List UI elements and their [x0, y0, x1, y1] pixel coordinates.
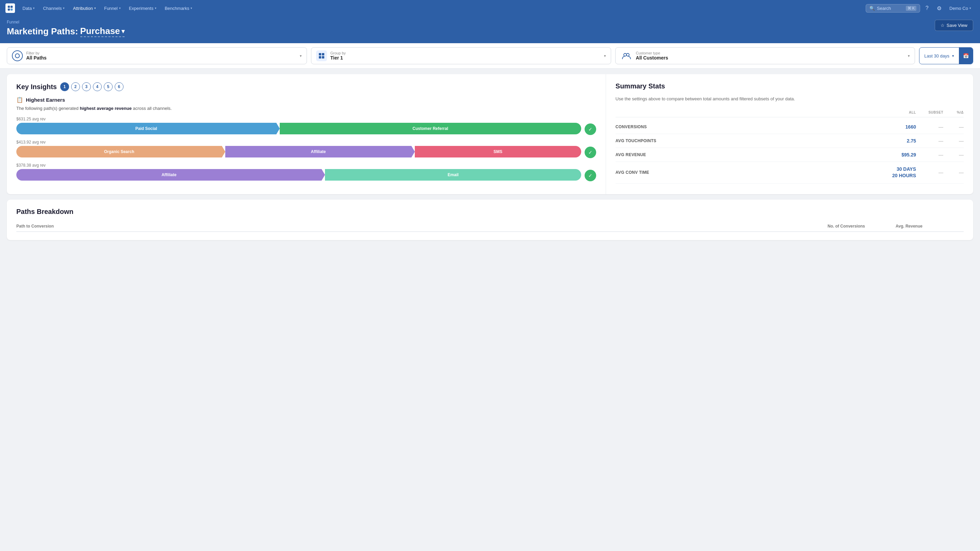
key-insights-title: Key Insights 1 2 3 4 5 6 — [16, 82, 596, 91]
path-3-avg-rev: $378.38 avg rev — [16, 163, 596, 168]
stats-row-avg-revenue: AVG REVENUE $95.29 — — — [616, 148, 964, 162]
svg-rect-1 — [11, 6, 13, 8]
insight-badge-1[interactable]: 1 — [60, 82, 69, 91]
insight-badge-5[interactable]: 5 — [104, 82, 113, 91]
nav-benchmarks[interactable]: Benchmarks ▾ — [161, 4, 196, 13]
path-2-seg-3: SMS — [415, 146, 581, 157]
summary-stats-desc: Use the settings above to compare betwee… — [616, 95, 964, 102]
page-header: Funnel Marketing Paths: Purchase ▾ ☆ Sav… — [0, 16, 980, 43]
path-2-check: ✓ — [585, 147, 596, 158]
stats-row-avg-touchpoints: AVG TOUCHPOINTS 2.75 — — — [616, 134, 964, 148]
insight-description: The following path(s) generated highest … — [16, 105, 596, 112]
stats-row-conversions: CONVERSIONS 1660 — — — [616, 120, 964, 134]
insight-badge-6[interactable]: 6 — [115, 82, 124, 91]
chevron-down-icon: ▾ — [300, 54, 302, 58]
svg-rect-2 — [8, 8, 10, 11]
path-1-check: ✓ — [585, 124, 596, 135]
path-2-seg-1: Organic Search — [16, 146, 222, 157]
group-by-control[interactable]: Group by Tier 1 ▾ — [311, 47, 611, 64]
summary-stats-panel: Summary Stats Use the settings above to … — [606, 74, 973, 194]
chevron-down-icon: ▾ — [94, 6, 96, 10]
svg-point-5 — [624, 53, 627, 56]
chevron-down-icon: ▾ — [121, 27, 124, 35]
paths-breakdown-panel: Paths Breakdown Path to Conversion No. o… — [7, 200, 973, 240]
help-icon: ? — [926, 5, 929, 11]
path-2-avg-rev: $413.92 avg rev — [16, 140, 596, 144]
settings-button[interactable]: ⚙ — [934, 3, 945, 14]
insight-badge-2[interactable]: 2 — [71, 82, 80, 91]
path-3-bar: Affiliate Email ✓ — [16, 169, 596, 182]
insight-badge-group: 1 2 3 4 5 6 — [60, 82, 124, 91]
key-insights-panel: Key Insights 1 2 3 4 5 6 📋 Highest Earne… — [7, 74, 606, 194]
path-3-check: ✓ — [585, 170, 596, 181]
col-path-to-conversion: Path to Conversion — [16, 224, 827, 229]
svg-rect-3 — [11, 8, 13, 11]
chevron-down-icon: ▾ — [119, 6, 121, 10]
stats-table: ALL SUBSET %/Δ CONVERSIONS 1660 — — AVG … — [616, 109, 964, 184]
summary-stats-title: Summary Stats — [616, 82, 964, 90]
chevron-down-icon: ▾ — [155, 6, 156, 10]
filter-by-value: All Paths — [26, 55, 296, 60]
chevron-down-icon: ▾ — [63, 6, 65, 10]
stats-header: ALL SUBSET %/Δ — [616, 109, 964, 118]
path-3-seg-1: Affiliate — [16, 169, 321, 181]
nav-funnel[interactable]: Funnel ▾ — [101, 4, 124, 13]
stats-row-avg-conv-time: AVG CONV TIME 30 DAYS 20 HOURS — — — [616, 162, 964, 184]
nav-experiments[interactable]: Experiments ▾ — [126, 4, 160, 13]
date-range-control[interactable]: Last 30 days ▾ 📅 — [919, 47, 973, 64]
top-panels: Key Insights 1 2 3 4 5 6 📋 Highest Earne… — [7, 74, 973, 194]
user-menu[interactable]: Demo Co ▾ — [946, 4, 975, 13]
insight-badge-4[interactable]: 4 — [93, 82, 102, 91]
customer-type-sublabel: Customer type — [636, 51, 905, 55]
topnav: Data ▾ Channels ▾ Attribution ▾ Funnel ▾… — [0, 0, 980, 16]
svg-rect-0 — [8, 6, 10, 8]
insight-badge-3[interactable]: 3 — [82, 82, 91, 91]
page-title: Marketing Paths: Purchase ▾ — [7, 26, 124, 37]
svg-point-4 — [15, 54, 19, 58]
chevron-down-icon: ▾ — [969, 6, 971, 10]
nav-channels[interactable]: Channels ▾ — [40, 4, 68, 13]
nav-data[interactable]: Data ▾ — [19, 4, 38, 13]
path-1-bar: Paid Social Customer Referral ✓ — [16, 123, 596, 136]
page-title-dropdown[interactable]: Purchase ▾ — [80, 26, 124, 37]
filter-by-icon — [12, 50, 23, 61]
logo[interactable] — [5, 3, 15, 13]
chevron-down-icon: ▾ — [191, 6, 192, 10]
chevron-down-icon: ▾ — [33, 6, 35, 10]
calendar-icon: 📅 — [963, 53, 969, 59]
search-bar[interactable]: 🔍 Search ⌘ K — [865, 4, 920, 13]
group-by-icon — [316, 50, 327, 61]
chevron-down-icon: ▾ — [952, 54, 954, 58]
main-content: Key Insights 1 2 3 4 5 6 📋 Highest Earne… — [0, 69, 980, 246]
customer-type-control[interactable]: Customer type All Customers ▾ — [615, 47, 915, 64]
highest-earners-title: 📋 Highest Earners — [16, 97, 596, 103]
clipboard-icon: 📋 — [16, 97, 23, 103]
date-range-label: Last 30 days — [924, 53, 950, 59]
help-button[interactable]: ? — [921, 3, 932, 14]
save-view-button[interactable]: ☆ Save View — [935, 20, 973, 31]
customer-type-icon — [620, 50, 633, 61]
path-2-seg-2: Affiliate — [225, 146, 411, 157]
col-conversions: No. of Conversions — [827, 224, 896, 229]
calendar-button[interactable]: 📅 — [959, 48, 973, 64]
path-1-seg-2: Customer Referral — [280, 123, 581, 134]
filter-by-control[interactable]: Filter by All Paths ▾ — [7, 47, 307, 64]
filters-bar: Filter by All Paths ▾ Group by Tier 1 ▾ — [0, 43, 980, 69]
group-by-value: Tier 1 — [331, 55, 601, 60]
chevron-down-icon: ▾ — [604, 54, 606, 58]
path-1-seg-1: Paid Social — [16, 123, 276, 134]
group-by-sublabel: Group by — [331, 51, 601, 55]
path-2-bar: Organic Search Affiliate SMS ✓ — [16, 146, 596, 159]
nav-attribution[interactable]: Attribution ▾ — [69, 4, 99, 13]
search-icon: 🔍 — [869, 6, 875, 11]
filter-by-sublabel: Filter by — [26, 51, 296, 55]
col-avg-revenue: Avg. Revenue — [896, 224, 964, 229]
gear-icon: ⚙ — [937, 5, 942, 11]
breakdown-table-header: Path to Conversion No. of Conversions Av… — [16, 221, 964, 232]
path-3-seg-2: Email — [325, 169, 581, 181]
chevron-down-icon: ▾ — [908, 54, 910, 58]
path-1-avg-rev: $631.25 avg rev — [16, 117, 596, 121]
star-icon: ☆ — [940, 23, 945, 28]
breadcrumb: Funnel — [7, 20, 124, 24]
customer-type-value: All Customers — [636, 55, 905, 60]
